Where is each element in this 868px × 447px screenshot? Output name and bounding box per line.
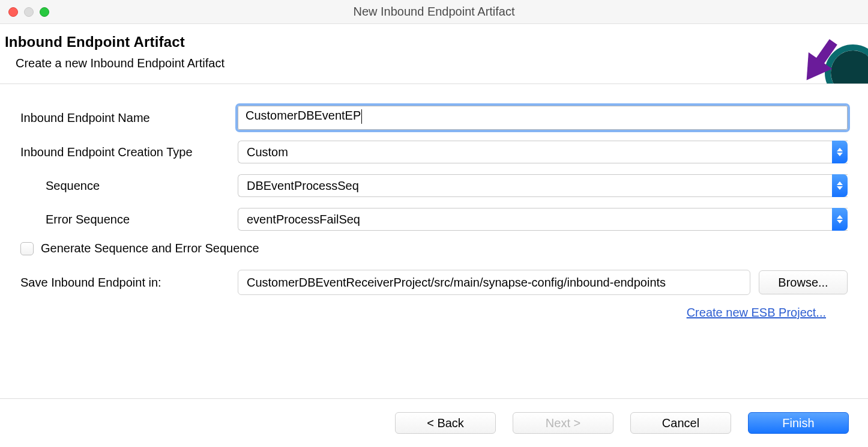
- save-location-label: Save Inbound Endpoint in:: [20, 276, 229, 290]
- cancel-button[interactable]: Cancel: [630, 412, 731, 434]
- sequence-select[interactable]: DBEventProcessSeq: [238, 174, 848, 197]
- wizard-icon: [810, 48, 868, 84]
- error-sequence-label: Error Sequence: [20, 213, 229, 227]
- svg-marker-6: [837, 215, 843, 219]
- generate-sequence-label: Generate Sequence and Error Sequence: [41, 242, 259, 255]
- creation-type-value: Custom: [247, 145, 288, 159]
- creation-type-select[interactable]: Custom: [238, 141, 848, 163]
- browse-button[interactable]: Browse...: [759, 270, 848, 294]
- dropdown-arrows-icon: [832, 141, 848, 163]
- name-input-value: CustomerDBEventEP: [246, 109, 361, 122]
- page-title: Inbound Endpoint Artifact: [5, 34, 863, 50]
- svg-marker-7: [837, 220, 843, 224]
- generate-sequence-checkbox[interactable]: [20, 242, 34, 255]
- save-location-field[interactable]: CustomerDBEventReceiverProject/src/main/…: [238, 270, 750, 295]
- name-input[interactable]: CustomerDBEventEP: [238, 106, 848, 130]
- error-sequence-select[interactable]: eventProcessFailSeq: [238, 208, 848, 231]
- titlebar: New Inbound Endpoint Artifact: [0, 0, 868, 24]
- finish-button[interactable]: Finish: [748, 412, 849, 434]
- creation-type-label: Inbound Endpoint Creation Type: [20, 145, 229, 159]
- wizard-header: Inbound Endpoint Artifact Create a new I…: [0, 24, 868, 84]
- page-subtitle: Create a new Inbound Endpoint Artifact: [5, 56, 863, 70]
- window-title: New Inbound Endpoint Artifact: [0, 5, 868, 19]
- svg-marker-3: [837, 153, 843, 156]
- sequence-label: Sequence: [20, 179, 229, 193]
- form-area: Inbound Endpoint Name CustomerDBEventEP …: [0, 84, 868, 326]
- sequence-value: DBEventProcessSeq: [247, 179, 359, 193]
- svg-marker-2: [837, 148, 843, 151]
- dropdown-arrows-icon: [832, 174, 848, 197]
- svg-marker-4: [837, 181, 843, 185]
- error-sequence-value: eventProcessFailSeq: [247, 213, 360, 227]
- create-esb-project-link[interactable]: Create new ESB Project...: [687, 306, 826, 319]
- text-cursor-icon: [361, 109, 362, 124]
- name-label: Inbound Endpoint Name: [20, 111, 229, 125]
- wizard-footer: < Back Next > Cancel Finish: [0, 398, 868, 447]
- save-location-value: CustomerDBEventReceiverProject/src/main/…: [247, 276, 666, 290]
- next-button: Next >: [513, 412, 613, 434]
- svg-marker-5: [837, 186, 843, 190]
- back-button[interactable]: < Back: [395, 412, 496, 434]
- dropdown-arrows-icon: [832, 208, 848, 231]
